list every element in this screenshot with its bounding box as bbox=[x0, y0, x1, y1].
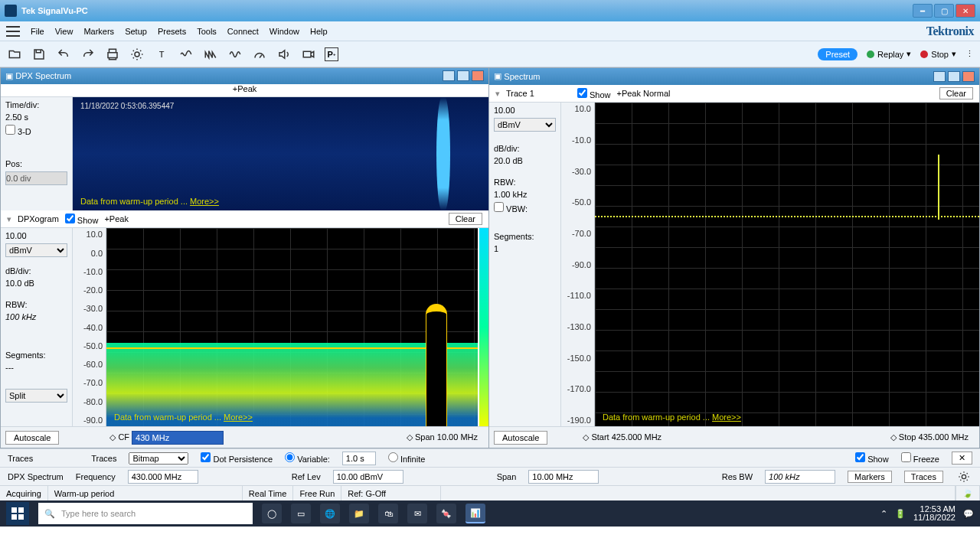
park-icon[interactable]: P+ bbox=[325, 47, 338, 61]
task-app1-icon[interactable]: 🍬 bbox=[436, 504, 456, 523]
infinite-radio[interactable]: Infinite bbox=[388, 452, 425, 464]
hamburger-icon[interactable] bbox=[6, 26, 20, 37]
svg-rect-0 bbox=[303, 51, 311, 57]
dot-checkbox[interactable]: Dot Persistence bbox=[201, 452, 273, 464]
task-taskview-icon[interactable]: ▭ bbox=[291, 504, 311, 523]
pane-close-button[interactable] bbox=[962, 71, 975, 82]
menu-presets[interactable]: Presets bbox=[158, 27, 186, 36]
show-checkbox[interactable]: Show bbox=[855, 452, 889, 464]
cf-input[interactable] bbox=[132, 431, 224, 445]
text-icon[interactable]: T bbox=[153, 46, 170, 63]
dpx-plot[interactable]: Data from warm-up period ... More>> bbox=[106, 228, 478, 426]
pane-maximize-button[interactable] bbox=[948, 71, 960, 82]
close-traces-button[interactable]: ✕ bbox=[952, 452, 972, 465]
autoscale-button[interactable]: Autoscale bbox=[5, 431, 59, 445]
gauge-icon[interactable] bbox=[251, 46, 268, 63]
spectrum-plot[interactable]: Data from warm-up period ... More>> bbox=[595, 103, 979, 426]
tray-clock[interactable]: 12:53 AM 11/18/2022 bbox=[913, 505, 956, 522]
task-mail-icon[interactable]: ✉ bbox=[407, 504, 427, 523]
close-button[interactable]: ✕ bbox=[956, 4, 975, 18]
span-label: Span bbox=[497, 472, 517, 481]
clear-button[interactable]: Clear bbox=[939, 87, 973, 99]
open-icon[interactable] bbox=[6, 46, 23, 63]
traces-select[interactable]: Bitmap bbox=[129, 452, 188, 465]
menu-file[interactable]: File bbox=[31, 27, 44, 36]
maximize-button[interactable]: ▢ bbox=[934, 4, 954, 18]
leaf-icon[interactable]: 🍃 bbox=[956, 486, 980, 500]
camera-icon[interactable] bbox=[300, 46, 317, 63]
markers-button[interactable]: Markers bbox=[848, 471, 892, 483]
tray-battery-icon[interactable]: 🔋 bbox=[895, 509, 906, 519]
menu-setup[interactable]: Setup bbox=[125, 27, 147, 36]
freq-input[interactable] bbox=[128, 470, 198, 484]
wave1-icon[interactable] bbox=[178, 46, 194, 63]
task-explorer-icon[interactable]: 📁 bbox=[349, 504, 369, 523]
spectrum-pane-header[interactable]: ▣ Spectrum bbox=[489, 68, 979, 85]
task-store-icon[interactable]: 🛍 bbox=[378, 504, 398, 523]
start-button[interactable] bbox=[6, 502, 29, 525]
variable-radio[interactable]: Variable: bbox=[285, 452, 330, 464]
redo-icon[interactable] bbox=[80, 46, 96, 63]
spectrum-side: 10.00 dBmV dB/div: 20.0 dB RBW: 1.00 kHz… bbox=[489, 103, 561, 426]
more-link[interactable]: More>> bbox=[712, 412, 741, 422]
replay-button[interactable]: Replay ▾ bbox=[867, 49, 911, 59]
tray-notifications-icon[interactable]: 💬 bbox=[963, 509, 974, 519]
autoscale-button[interactable]: Autoscale bbox=[494, 431, 547, 445]
search-box[interactable]: 🔍 Type here to search bbox=[38, 503, 253, 524]
gear-icon[interactable] bbox=[129, 46, 145, 63]
chevron-down-icon[interactable]: ▾ bbox=[495, 89, 500, 99]
chevron-down-icon[interactable]: ▾ bbox=[7, 214, 11, 224]
minimize-button[interactable]: ━ bbox=[913, 4, 933, 18]
dbdiv-value: 10.0 dB bbox=[5, 279, 67, 288]
menu-tools[interactable]: Tools bbox=[197, 27, 217, 36]
freeze-checkbox[interactable]: Freeze bbox=[901, 452, 939, 464]
search-icon: 🔍 bbox=[44, 509, 55, 519]
pane-close-button[interactable] bbox=[472, 70, 484, 81]
spectrogram-plot[interactable]: 11/18/2022 0:53:06.395447 Data from warm… bbox=[73, 97, 488, 210]
variable-input[interactable] bbox=[342, 452, 376, 465]
print-icon[interactable] bbox=[104, 46, 121, 63]
menu-window[interactable]: Window bbox=[270, 27, 299, 36]
task-edge-icon[interactable]: 🌐 bbox=[320, 504, 340, 523]
wave3-icon[interactable] bbox=[227, 46, 243, 63]
menu-help[interactable]: Help bbox=[310, 27, 328, 36]
more-link[interactable]: More>> bbox=[224, 412, 253, 422]
clear-button[interactable]: Clear bbox=[449, 213, 482, 225]
audio-icon[interactable] bbox=[276, 46, 292, 63]
menu-markers[interactable]: Markers bbox=[83, 27, 114, 36]
menu-view[interactable]: View bbox=[55, 27, 74, 36]
pane-maximize-button[interactable] bbox=[457, 70, 469, 81]
kebab-icon[interactable]: ⋮ bbox=[965, 49, 974, 59]
undo-icon[interactable] bbox=[55, 46, 72, 63]
brand-logo: Tektronix bbox=[926, 24, 974, 38]
unit-select[interactable]: dBmV bbox=[494, 118, 556, 132]
gear-icon[interactable] bbox=[956, 468, 972, 485]
show-checkbox[interactable]: Show bbox=[577, 88, 611, 99]
save-icon[interactable] bbox=[31, 46, 47, 63]
vbw-checkbox[interactable]: VBW: bbox=[494, 204, 528, 214]
reflev-input[interactable] bbox=[333, 470, 403, 484]
dbdiv-value: 20.0 dB bbox=[494, 156, 556, 165]
pane-minimize-button[interactable] bbox=[443, 70, 455, 81]
wave2-icon[interactable] bbox=[202, 46, 219, 63]
menu-connect[interactable]: Connect bbox=[227, 27, 259, 36]
threed-checkbox[interactable]: 3-D bbox=[5, 127, 31, 136]
preset-button[interactable]: Preset bbox=[818, 48, 858, 60]
pane-minimize-button[interactable] bbox=[933, 71, 946, 82]
task-cortana-icon[interactable]: ◯ bbox=[262, 504, 282, 523]
tray-chevron-icon[interactable]: ⌃ bbox=[880, 509, 887, 519]
split-select[interactable]: Split bbox=[5, 389, 67, 403]
spectrum-trace bbox=[595, 216, 979, 217]
unit-select[interactable]: dBmV bbox=[5, 243, 67, 257]
traces-button[interactable]: Traces bbox=[904, 471, 943, 483]
show-checkbox[interactable]: Show bbox=[65, 214, 99, 225]
rbw-label: RBW: bbox=[494, 178, 556, 187]
span-input[interactable] bbox=[528, 470, 599, 484]
svg-rect-1 bbox=[11, 507, 17, 513]
dpx-pane-header[interactable]: ▣ DPX Spectrum bbox=[1, 68, 488, 84]
resbw-input[interactable] bbox=[765, 470, 835, 484]
more-link[interactable]: More>> bbox=[190, 197, 219, 206]
color-scale bbox=[479, 228, 488, 426]
stop-button[interactable]: Stop ▾ bbox=[920, 49, 956, 59]
task-signalvu-icon[interactable]: 📊 bbox=[466, 504, 485, 523]
